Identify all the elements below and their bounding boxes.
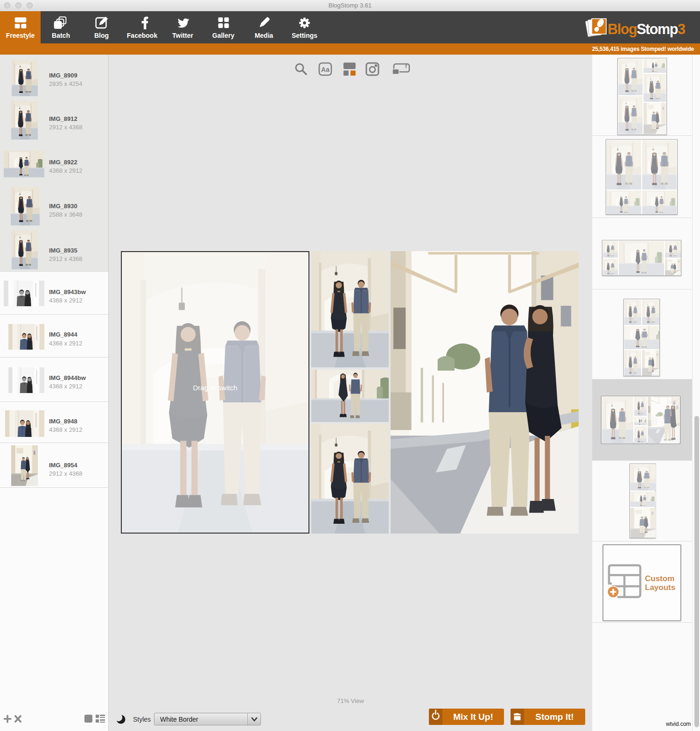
svg-text:Aa: Aa — [321, 66, 329, 73]
svg-text:f: f — [405, 63, 407, 69]
svg-text:BlogStomp3: BlogStomp3 — [608, 21, 685, 37]
